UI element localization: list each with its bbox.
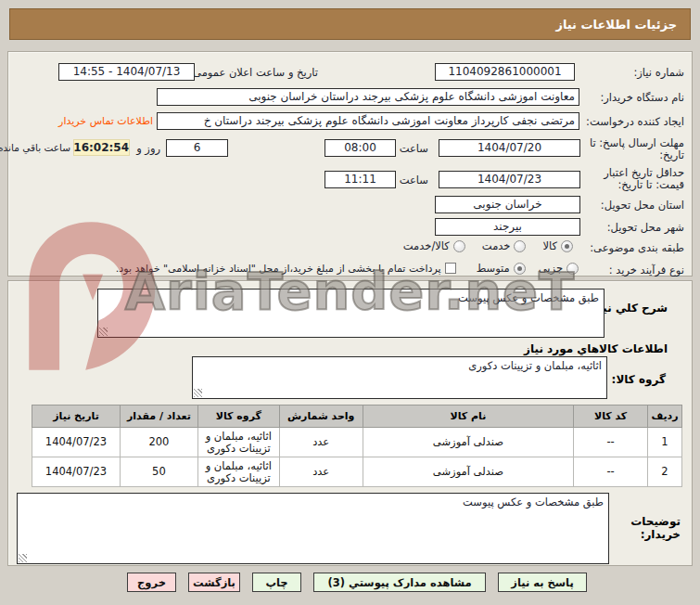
need-number-label: شماره نیاز: (633, 66, 684, 79)
cell-row-number: 2 (648, 457, 682, 487)
city-label: شهر محل تحویل: (607, 221, 684, 234)
classification-options: کالا خدمت کالا/خدمت (403, 239, 573, 252)
general-info-panel: شماره نیاز: 1104092861000001 تاریخ و ساع… (7, 51, 693, 277)
items-table: ردیف کد کالا نام کالا واحد شمارش گروه کا… (32, 405, 682, 487)
countdown-timer: 16:02:54 (73, 139, 130, 156)
col-unit: واحد شمارش (279, 405, 363, 428)
buyer-contact-link[interactable]: اطلاعات تماس خریدار (58, 115, 153, 127)
need-desc-textarea[interactable]: طبق مشخصات و عکس پیوست (97, 289, 605, 338)
deadline-hour-field[interactable]: 08:00 (325, 139, 396, 157)
process-type-label: نوع فرآیند خرید : (609, 264, 684, 277)
exit-button[interactable]: خروج (127, 573, 176, 592)
cell-item-code: -- (574, 428, 648, 457)
buyer-notes-textarea[interactable]: طبق مشخصات و عکس پیوست (17, 493, 609, 564)
radio-medium-label: متوسط (477, 262, 510, 275)
buyer-notes-label: توضیحات خریدار: (608, 515, 681, 541)
radio-goods-service[interactable] (453, 240, 465, 252)
items-heading: اطلاعات کالاهاي مورد نیاز (524, 342, 668, 355)
radio-medium[interactable] (514, 263, 526, 275)
creator-field[interactable]: مرتضی نجفی کارپرداز معاونت اموزشی دانشگا… (157, 112, 579, 130)
city-field[interactable]: بیرجند (435, 218, 580, 236)
cell-item-name: صندلی آموزشی (363, 428, 574, 457)
cell-unit: عدد (279, 457, 363, 487)
price-validity-hour-field[interactable]: 11:11 (325, 171, 396, 188)
radio-minor-label: جزیی (539, 262, 563, 275)
title-bar: جزئیات اطلاعات نیاز (9, 8, 691, 40)
price-validity-hour-label: ساعت (400, 174, 428, 187)
province-label: استان محل تحویل: (601, 199, 684, 212)
col-quantity: تعداد / مقدار (121, 405, 198, 428)
radio-minor[interactable] (566, 263, 579, 275)
radio-goods-service-label: کالا/خدمت (403, 239, 450, 252)
deadline-label: مهلت ارسال پاسخ: تا تاریخ: (580, 137, 684, 161)
deadline-days-field[interactable]: 6 (166, 139, 228, 157)
radio-goods-label: کالا (542, 239, 557, 252)
cell-group: اثاثیه، مبلمان و تزیینات دکوری (197, 457, 279, 487)
print-button[interactable]: چاپ (252, 573, 301, 592)
cell-item-code: -- (574, 457, 648, 487)
cell-quantity: 200 (121, 428, 198, 457)
cell-need-date: 1404/07/23 (32, 457, 121, 487)
back-button[interactable]: بازگشت (188, 573, 240, 592)
table-row: 1 -- صندلی آموزشی عدد اثاثیه، مبلمان و ت… (32, 428, 682, 457)
goods-group-textarea[interactable]: اثاثیه، مبلمان و تزیینات دکوری (192, 356, 607, 399)
cell-need-date: 1404/07/23 (32, 428, 121, 457)
action-button-bar: پاسخ به نیاز مشاهده مدارک پیوستي (3) چاپ… (127, 573, 587, 592)
announce-datetime-label: تاریخ و ساعت اعلان عمومی: (189, 66, 318, 79)
price-validity-date-field[interactable]: 1404/07/23 (439, 171, 580, 188)
col-item-code: کد کالا (574, 405, 648, 428)
days-and-label: روز و (136, 142, 160, 155)
buyer-org-field[interactable]: معاونت اموزشی دانشگاه علوم پزشکی بیرجند … (157, 88, 579, 106)
goods-group-label: گروه کالا: (612, 373, 666, 386)
countdown-label: ساعت باقي مانده (0, 142, 70, 153)
col-row-number: ردیف (648, 405, 682, 428)
creator-label: ایجاد کننده درخواست: (586, 115, 684, 128)
deadline-date-field[interactable]: 1404/07/20 (439, 139, 580, 157)
deadline-hour-label: ساعت (400, 142, 428, 155)
need-details-page: جزئیات اطلاعات نیاز شماره نیاز: 11040928… (0, 0, 700, 605)
process-type-options: جزیی متوسط پرداخت تمام یا بخشی از مبلغ خ… (116, 262, 579, 275)
page-title: جزئیات اطلاعات نیاز (555, 18, 677, 32)
cell-group: اثاثیه، مبلمان و تزیینات دکوری (197, 428, 279, 457)
classification-label: طبقه بندی موضوعی: (590, 241, 684, 254)
col-group: گروه کالا (197, 405, 279, 428)
items-table-header-row: ردیف کد کالا نام کالا واحد شمارش گروه کا… (32, 405, 682, 428)
cell-unit: عدد (279, 428, 363, 457)
radio-service-label: خدمت (482, 239, 511, 252)
buyer-org-label: نام دستگاه خریدار: (600, 91, 684, 104)
treasury-label: پرداخت تمام یا بخشی از مبلغ خرید،از محل … (116, 263, 441, 275)
col-need-date: تاریخ نیاز (32, 405, 121, 428)
radio-service[interactable] (514, 240, 526, 252)
cell-row-number: 1 (648, 428, 682, 457)
col-item-name: نام کالا (363, 405, 574, 428)
radio-goods[interactable] (561, 240, 573, 252)
announce-datetime-field[interactable]: 1404/07/13 - 14:55 (58, 63, 195, 81)
province-field[interactable]: خراسان جنوبی (435, 196, 580, 213)
price-validity-label: حداقل تاریخ اعتبار قیمت: تا تاریخ: (580, 167, 684, 191)
need-number-field[interactable]: 1104092861000001 (435, 63, 575, 81)
items-panel: شرح کلي نیاز: طبق مشخصات و عکس پیوست اطل… (7, 280, 693, 566)
cell-item-name: صندلی آموزشی (363, 457, 574, 487)
respond-button[interactable]: پاسخ به نیاز (498, 573, 587, 592)
table-row: 2 -- صندلی آموزشی عدد اثاثیه، مبلمان و ت… (32, 457, 682, 487)
cell-quantity: 50 (121, 457, 198, 487)
view-docs-button[interactable]: مشاهده مدارک پیوستي (3) (313, 573, 486, 592)
treasury-checkbox[interactable] (445, 263, 456, 274)
